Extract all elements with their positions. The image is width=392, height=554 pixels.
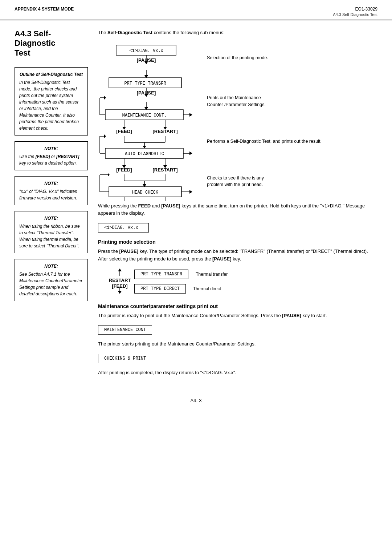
note-box-4: NOTE: See Section A4.7.1 for the Mainten… <box>15 259 88 301</box>
outline-title: Outline of Self-Diagnostic Test <box>19 71 83 78</box>
svg-text:[RESTART]: [RESTART] <box>109 278 131 283</box>
svg-text:[PAUSE]: [PAUSE] <box>137 90 156 96</box>
svg-marker-17 <box>189 113 192 117</box>
head-check-desc: Checks to see if there is any problem wi… <box>207 175 322 189</box>
svg-marker-36 <box>189 151 192 155</box>
main-flowchart-area: <1>DIAG. Vx.x [PAUSE] PRT TYPE TRANSFR <box>98 41 377 202</box>
section-title-text: A4.3 Self-DiagnosticTest <box>15 29 88 58</box>
outline-body: In the Self-Diagnostic Test mode, ,the p… <box>19 80 79 131</box>
section-heading: A4.3 Self-DiagnosticTest <box>15 29 88 61</box>
note1-title: NOTE: <box>19 145 83 152</box>
arrow-column: [RESTART] [FEED] <box>109 267 131 297</box>
note-box-2: NOTE: "x.x" of "DIAG. Vx.x" indicates fi… <box>15 176 88 205</box>
svg-text:MAINTENANCE CONT.: MAINTENANCE CONT. <box>122 113 167 118</box>
note3-title: NOTE: <box>19 215 83 222</box>
header-right: EO1-33029 A4.3 Self-Diagnostic Test <box>333 7 377 17</box>
prt-mode-boxes-col: PRT TYPE TRANSFR Thermal transfer PRT TY… <box>134 270 228 294</box>
svg-marker-72 <box>118 291 122 294</box>
left-column: A4.3 Self-DiagnosticTest Outline of Self… <box>0 25 94 387</box>
note3-body: When using the ribbon, be sure to select… <box>19 224 80 248</box>
page-number: A4- 3 <box>190 398 201 403</box>
svg-text:AUTO DIAGNOSTIC: AUTO DIAGNOSTIC <box>125 151 164 157</box>
svg-marker-69 <box>118 268 122 271</box>
printing-mode-section: Printing mode selection Press the [PAUSE… <box>98 239 377 297</box>
prt-mode-arrows: [RESTART] [FEED] <box>109 267 131 296</box>
flowchart-svg-wrap: <1>DIAG. Vx.x [PAUSE] PRT TYPE TRANSFR <box>98 41 200 202</box>
transfr-box: PRT TYPE TRANSFR <box>134 270 188 279</box>
page-footer: A4- 3 <box>0 391 392 407</box>
prt-type-desc: Selection of the printing mode. <box>207 54 322 61</box>
note4-body: See Section A4.7.1 for the Maintenance C… <box>19 272 82 296</box>
thermal-transfer-label: Thermal transfer <box>196 272 228 277</box>
diag-lcd: <1>DIAG. Vx.x <box>98 223 149 232</box>
right-column: The Self-Diagnostic Test contains the fo… <box>94 25 392 387</box>
maint-desc: Prints out the Maintenance Counter /Para… <box>207 94 322 108</box>
maint-body1: The printer is ready to print out the Ma… <box>98 312 377 320</box>
svg-marker-55 <box>189 190 192 194</box>
intro-text: The Self-Diagnostic Test contains the fo… <box>98 29 377 36</box>
note2-title: NOTE: <box>19 180 83 187</box>
note4-title: NOTE: <box>19 263 83 270</box>
prt-mode-diagram: [RESTART] [FEED] PRT TYPE TRANSFR Therma… <box>109 267 377 297</box>
main-content: A4.3 Self-DiagnosticTest Outline of Self… <box>0 22 392 387</box>
direct-box: PRT TYPE DIRECT <box>134 284 186 294</box>
header-left: APPENDIX 4 SYSTEM MODE <box>15 7 74 12</box>
svg-marker-59 <box>108 173 110 177</box>
thermal-direct-label: Thermal direct <box>193 286 221 291</box>
svg-text:<1>DIAG.  Vx.x: <1>DIAG. Vx.x <box>129 48 163 53</box>
checking-box: CHECKING & PRINT <box>98 354 152 363</box>
flowchart-svg: <1>DIAG. Vx.x [PAUSE] PRT TYPE TRANSFR <box>98 41 200 201</box>
svg-text:HEAD CHECK: HEAD CHECK <box>132 190 159 195</box>
svg-text:[PAUSE]: [PAUSE] <box>137 57 156 63</box>
maint-cont-display: MAINTENANCE CONT <box>98 322 377 337</box>
diag-display-box: <1>DIAG. Vx.x <box>98 220 377 235</box>
outline-box: Outline of Self-Diagnostic Test In the S… <box>15 67 88 136</box>
auto-diag-desc: Performs a Self-Diagnostic Test, and pri… <box>207 138 322 145</box>
svg-marker-21 <box>104 96 106 100</box>
note-box-3: NOTE: When using the ribbon, be sure to … <box>15 211 88 253</box>
printing-mode-title: Printing mode selection <box>98 239 377 245</box>
maint-counter-section: Maintenance counter/parameter settings p… <box>98 303 377 377</box>
transfr-row: PRT TYPE TRANSFR Thermal transfer <box>134 270 228 279</box>
appendix-title: APPENDIX 4 SYSTEM MODE <box>15 7 74 12</box>
maint-body3: After printing is completed, the display… <box>98 369 377 377</box>
note-box-1: NOTE: Use the [FEED] or [RESTART] key to… <box>15 141 88 170</box>
svg-marker-40 <box>104 134 106 138</box>
note1-body: Use the [FEED] or [RESTART] key to selec… <box>19 154 79 166</box>
checking-print-display: CHECKING & PRINT <box>98 351 377 366</box>
maint-body2: The printer starts printing out the Main… <box>98 340 377 348</box>
doc-number: EO1-33029 <box>333 7 377 12</box>
flowchart-descriptions: Selection of the printing mode. Prints o… <box>207 41 322 202</box>
direct-row: PRT TYPE DIRECT Thermal direct <box>134 284 228 294</box>
page-header: APPENDIX 4 SYSTEM MODE EO1-33029 A4.3 Se… <box>0 0 392 20</box>
page: APPENDIX 4 SYSTEM MODE EO1-33029 A4.3 Se… <box>0 0 392 554</box>
while-pressing-text: While pressing the FEED and [PAUSE] keys… <box>98 202 377 218</box>
printing-mode-body: Press the [PAUSE] key. The type of print… <box>98 248 377 263</box>
section-title: A4.3 Self-Diagnostic Test <box>333 12 377 17</box>
maint-counter-title: Maintenance counter/parameter settings p… <box>98 303 377 309</box>
note2-body: "x.x" of "DIAG. Vx.x" indicates firmware… <box>19 189 77 201</box>
maint-cont-box: MAINTENANCE CONT <box>98 325 152 335</box>
svg-text:PRT TYPE  TRANSFR: PRT TYPE TRANSFR <box>124 81 166 86</box>
svg-text:[FEED]: [FEED] <box>112 283 127 289</box>
